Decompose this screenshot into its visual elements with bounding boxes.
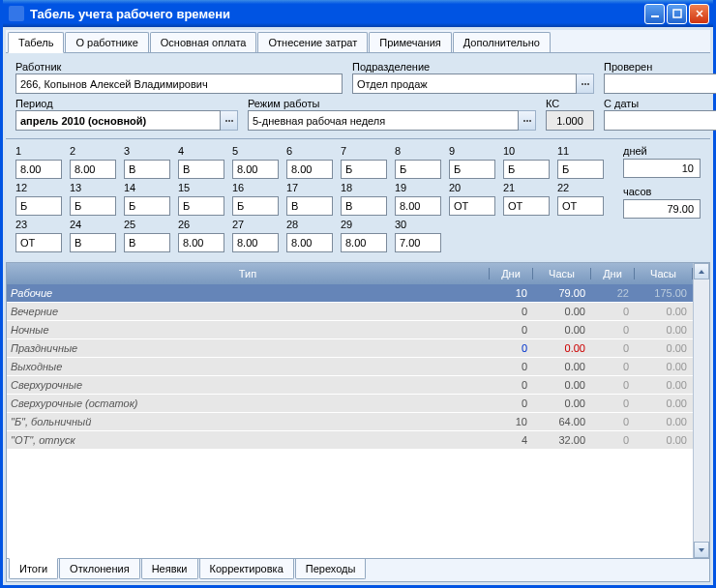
minimize-button[interactable] (644, 4, 665, 24)
form-area: Работник Подразделение Проверен (6, 53, 710, 138)
day-cell[interactable] (232, 160, 279, 179)
day-cell[interactable] (503, 160, 550, 179)
vertical-scrollbar[interactable] (693, 263, 709, 558)
day-cell[interactable] (232, 233, 279, 252)
day-cell[interactable] (124, 233, 170, 252)
day-number: 7 (341, 145, 387, 157)
department-input[interactable] (352, 74, 577, 94)
svg-point-4 (587, 83, 589, 85)
td-hours1: 0.00 (533, 342, 591, 354)
tab-bottom-0[interactable]: Итоги (9, 558, 58, 579)
td-hours1: 0.00 (533, 379, 591, 391)
td-hours1: 0.00 (533, 361, 591, 372)
tab-bottom-2[interactable]: Неявки (141, 559, 198, 579)
day-cell[interactable] (449, 160, 495, 179)
day-cell[interactable] (557, 196, 604, 216)
day-cell[interactable] (178, 196, 224, 216)
day-cell[interactable] (70, 233, 116, 252)
day-number: 12 (15, 182, 62, 193)
day-cell[interactable] (124, 196, 170, 216)
day-number: 30 (395, 219, 441, 230)
td-type: Праздничные (7, 342, 490, 354)
svg-point-2 (582, 83, 583, 85)
regime-picker-icon[interactable] (519, 110, 536, 131)
svg-rect-1 (673, 10, 681, 17)
department-label: Подразделение (352, 61, 594, 73)
td-hours2: 0.00 (635, 342, 693, 354)
scroll-up-icon[interactable] (694, 263, 709, 279)
day-cell[interactable] (286, 196, 333, 216)
day-cell[interactable] (15, 233, 62, 252)
td-days2: 0 (591, 379, 635, 391)
svg-point-11 (529, 120, 531, 122)
tab-top-5[interactable]: Дополнительно (453, 32, 551, 52)
maximize-button[interactable] (667, 4, 687, 24)
tab-top-4[interactable]: Примечания (369, 32, 452, 52)
sdate-input[interactable] (604, 110, 716, 131)
td-days1: 0 (490, 324, 533, 336)
day-number (449, 219, 495, 230)
table-row[interactable]: Вечерние00.0000.00 (7, 303, 693, 321)
day-number: 10 (503, 145, 550, 157)
day-cell[interactable] (286, 233, 333, 252)
tab-top-2[interactable]: Основная оплата (150, 32, 257, 52)
summary-hours-value: 79.00 (623, 199, 701, 219)
tab-bottom-1[interactable]: Отклонения (59, 559, 140, 579)
department-picker-icon[interactable] (577, 74, 594, 94)
td-hours2: 0.00 (635, 306, 693, 317)
period-input[interactable] (15, 110, 221, 131)
table-row[interactable]: Выходные00.0000.00 (7, 358, 693, 376)
tab-bottom-3[interactable]: Корректировка (199, 559, 294, 579)
day-cell[interactable] (341, 160, 387, 179)
td-days2: 0 (591, 397, 635, 409)
day-cell[interactable] (70, 196, 116, 216)
svg-point-6 (225, 120, 227, 122)
tab-bottom-4[interactable]: Переходы (295, 559, 367, 579)
table-row[interactable]: Сверхурочные00.0000.00 (7, 376, 693, 395)
table-row[interactable]: Рабочие1079.0022175.00 (7, 284, 693, 303)
day-cell[interactable] (178, 160, 224, 179)
td-type: "Б", больничный (7, 416, 490, 427)
day-cell[interactable] (503, 196, 550, 216)
day-number: 8 (395, 145, 441, 157)
tab-top-3[interactable]: Отнесение затрат (257, 32, 368, 52)
day-cell[interactable] (395, 233, 441, 252)
td-days1: 10 (490, 287, 533, 299)
tab-top-1[interactable]: О работнике (65, 32, 148, 52)
day-cell[interactable] (286, 160, 333, 179)
day-cell[interactable] (341, 196, 387, 216)
day-cell[interactable] (70, 160, 116, 179)
day-cell[interactable] (232, 196, 279, 216)
day-cell[interactable] (15, 160, 62, 179)
day-cell[interactable] (178, 233, 224, 252)
day-cell[interactable] (449, 196, 495, 216)
employee-input[interactable] (15, 74, 343, 94)
employee-label: Работник (15, 61, 343, 73)
svg-point-9 (523, 120, 525, 122)
checked-input[interactable] (604, 74, 716, 94)
table-row[interactable]: Сверхурочные (остаток)00.0000.00 (7, 395, 693, 413)
td-days2: 0 (591, 416, 635, 427)
day-number: 21 (503, 182, 550, 193)
table-row[interactable]: "ОТ", отпуск432.0000.00 (7, 431, 693, 450)
day-number: 1 (15, 145, 62, 157)
scroll-down-icon[interactable] (694, 542, 709, 558)
day-cell[interactable] (395, 160, 441, 179)
day-cell[interactable] (15, 196, 62, 216)
table-row[interactable]: Ночные00.0000.00 (7, 321, 693, 339)
day-cell[interactable] (557, 160, 604, 179)
period-picker-icon[interactable] (221, 110, 238, 131)
day-cell[interactable] (395, 196, 441, 216)
table-row[interactable]: Праздничные00.0000.00 (7, 339, 693, 358)
td-type: Рабочие (7, 287, 490, 299)
close-button[interactable] (689, 4, 709, 24)
svg-point-8 (231, 120, 233, 122)
table-row[interactable]: "Б", больничный1064.0000.00 (7, 413, 693, 431)
tab-top-0[interactable]: Табель (8, 32, 64, 53)
td-hours1: 79.00 (533, 287, 591, 299)
regime-input[interactable] (248, 110, 519, 131)
day-cell[interactable] (124, 160, 170, 179)
day-cell[interactable] (341, 233, 387, 252)
table-header: Тип Дни Часы Дни Часы (7, 263, 693, 284)
th-days1: Дни (490, 268, 533, 279)
